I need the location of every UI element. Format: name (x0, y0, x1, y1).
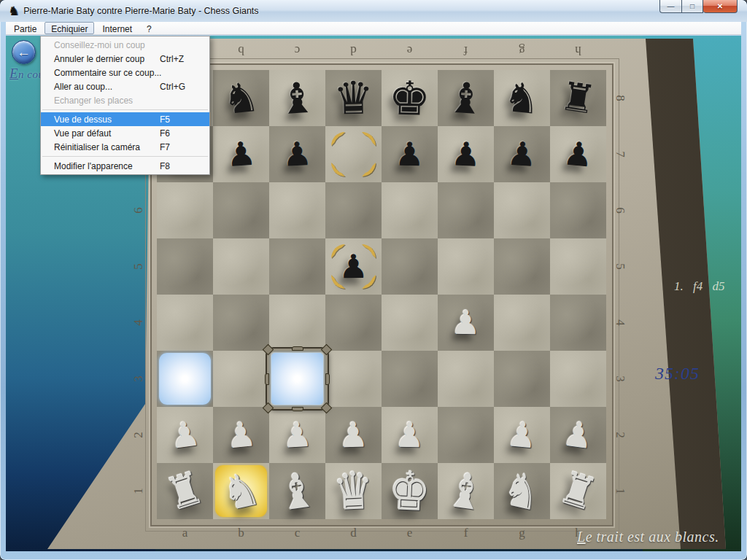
square-h3[interactable] (550, 351, 606, 407)
square-d3[interactable] (325, 351, 382, 407)
piece-black-rook-h8[interactable]: ♜ (546, 66, 610, 130)
menubar-item-echiquier[interactable]: Echiquier (44, 22, 94, 34)
piece-white-pawn-b2[interactable]: ♟ (210, 403, 271, 467)
menu-item-vue-par-d-faut[interactable]: Vue par défautF6 (41, 126, 209, 140)
menubar-item-internet[interactable]: Internet (96, 22, 139, 34)
piece-white-pawn-f4[interactable]: ♟ (437, 294, 495, 351)
square-e6[interactable] (382, 182, 438, 238)
last-move-marker (325, 238, 382, 295)
piece-white-king-e1[interactable]: ♚ (380, 458, 439, 524)
menu-item-label: Vue par défaut (54, 128, 160, 139)
square-c4[interactable] (269, 295, 325, 351)
maximize-button[interactable]: □ (681, 0, 703, 13)
piece-black-knight-b8[interactable]: ♞ (210, 67, 272, 129)
file-label-top-f: f (438, 43, 494, 58)
turn-status: Le trait est aux blancs. (577, 529, 719, 545)
square-d6[interactable] (325, 182, 382, 238)
file-label-top-g: g (494, 43, 550, 58)
menu-item-label: Commentaire sur ce coup... (54, 68, 161, 78)
square-d7[interactable] (325, 126, 382, 182)
square-f3[interactable] (438, 351, 494, 407)
menu-item-shortcut: F8 (160, 161, 202, 171)
square-c5[interactable] (269, 238, 325, 295)
title-bar[interactable]: ♞ Pierre-Marie Baty contre Pierre-Marie … (0, 0, 747, 22)
menubar-item-?[interactable]: ? (140, 22, 158, 34)
close-button[interactable]: ✕ (703, 0, 738, 13)
file-label-bottom-c: c (269, 526, 325, 540)
square-f5[interactable] (438, 238, 494, 295)
chess-board[interactable]: ♜♞♝♛♚♝♞♜♟♟♟♟♟♟♟♟♟♟♟♟♟♟♟♟♜♞♝♛♚♝♞♜ (157, 70, 606, 519)
piece-black-pawn-c7[interactable]: ♟ (268, 125, 326, 183)
square-h5[interactable] (550, 238, 606, 295)
back-button[interactable]: ← (12, 40, 36, 64)
menu-item-echanger-les-places[interactable]: Echanger les places (41, 93, 209, 107)
hover-target-frame (267, 349, 328, 409)
square-h6[interactable] (550, 182, 606, 238)
piece-black-pawn-g7[interactable]: ♟ (492, 124, 551, 184)
file-label-bottom-a: a (157, 526, 213, 540)
square-b3[interactable] (213, 351, 269, 407)
square-g4[interactable] (494, 295, 550, 351)
piece-white-pawn-d2[interactable]: ♟ (325, 405, 382, 464)
square-a5[interactable] (157, 238, 213, 295)
square-c6[interactable] (269, 182, 325, 238)
piece-black-bishop-c8[interactable]: ♝ (268, 69, 328, 128)
menu-item-aller-au-coup[interactable]: Aller au coup...Ctrl+G (41, 79, 209, 93)
menu-item-label: Réinitialiser la caméra (54, 142, 160, 152)
file-label-bottom-f: f (438, 526, 494, 540)
menu-item-label: Modifier l'apparence (54, 161, 160, 171)
square-f2[interactable] (438, 407, 494, 463)
menu-item-annuler-le-dernier-coup[interactable]: Annuler le dernier coupCtrl+Z (41, 52, 209, 66)
menu-item-commentaire-sur-ce-coup[interactable]: Commentaire sur ce coup... (41, 66, 209, 79)
square-g5[interactable] (494, 238, 550, 295)
game-clock: 35:05 (655, 364, 700, 384)
piece-white-bishop-c1[interactable]: ♝ (266, 456, 330, 526)
square-e3[interactable] (382, 351, 438, 407)
square-h4[interactable] (550, 295, 606, 351)
piece-black-queen-d8[interactable]: ♛ (325, 69, 382, 127)
square-d5[interactable] (325, 238, 382, 295)
square-c3[interactable] (269, 351, 325, 407)
piece-black-knight-g8[interactable]: ♞ (491, 67, 553, 129)
piece-black-pawn-e7[interactable]: ♟ (381, 125, 438, 182)
minimize-button[interactable]: — (659, 0, 681, 13)
piece-white-pawn-e2[interactable]: ♟ (381, 405, 438, 464)
menu-item-r-initialiser-la-cam-ra[interactable]: Réinitialiser la caméraF7 (41, 140, 209, 154)
back-arrow-icon: ← (17, 44, 31, 61)
file-label-bottom-d: d (325, 526, 382, 540)
client-area: aabbccddeeffgghh8877665544332211 ♜♞♝♛♚♝♞… (6, 36, 741, 551)
menu-item-shortcut: F7 (160, 142, 202, 152)
piece-black-king-e8[interactable]: ♚ (381, 69, 438, 127)
square-g3[interactable] (494, 351, 550, 407)
piece-black-bishop-f8[interactable]: ♝ (436, 69, 496, 128)
move-target-glow (159, 353, 211, 405)
square-a4[interactable] (157, 295, 213, 351)
square-g6[interactable] (494, 182, 550, 238)
menu-item-vue-de-dessus[interactable]: Vue de dessusF5 (41, 112, 209, 126)
square-a6[interactable] (157, 182, 213, 238)
square-b4[interactable] (213, 295, 269, 351)
menu-item-conseillez-moi-un-coup[interactable]: Conseillez-moi un coup (41, 38, 209, 52)
menu-item-label: Aller au coup... (54, 82, 160, 92)
menu-item-shortcut: F5 (160, 114, 202, 125)
square-e5[interactable] (382, 238, 438, 295)
chess-knight-icon: ♞ (8, 5, 19, 18)
piece-black-pawn-b7[interactable]: ♟ (211, 124, 271, 184)
square-b5[interactable] (213, 238, 269, 295)
piece-black-pawn-h7[interactable]: ♟ (547, 123, 608, 184)
file-label-top-c: c (269, 43, 325, 58)
square-d4[interactable] (325, 295, 382, 351)
piece-black-pawn-f7[interactable]: ♟ (436, 125, 495, 183)
square-a3[interactable] (157, 351, 213, 407)
menubar-item-partie[interactable]: Partie (7, 22, 43, 34)
menu-item-modifier-l-apparence[interactable]: Modifier l'apparenceF8 (41, 159, 209, 173)
square-b6[interactable] (213, 182, 269, 238)
echiquier-menu: Conseillez-moi un coupAnnuler le dernier… (40, 36, 210, 175)
square-e4[interactable] (382, 295, 438, 351)
last-move-marker (325, 126, 382, 182)
menu-item-shortcut: F6 (160, 128, 202, 139)
square-f6[interactable] (438, 182, 494, 238)
file-label-top-h: h (550, 43, 606, 58)
piece-white-queen-d1[interactable]: ♛ (324, 458, 383, 524)
move-target-glow (271, 353, 323, 405)
